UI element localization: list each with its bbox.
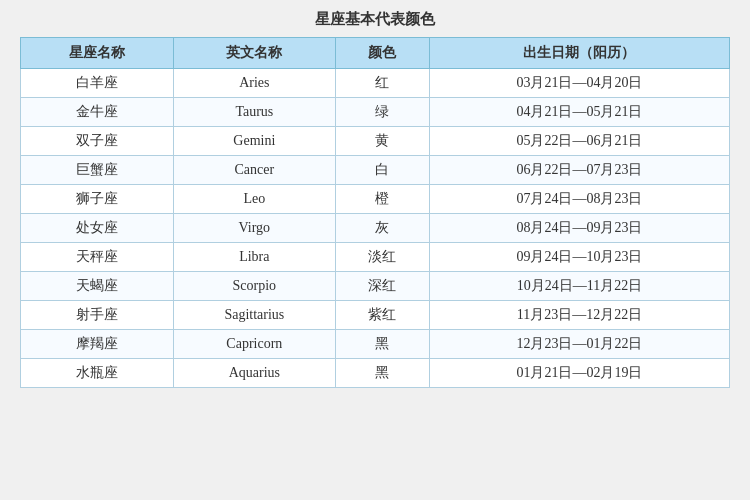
col-header-en: 英文名称: [174, 38, 335, 69]
cell-dates: 10月24日—11月22日: [429, 272, 729, 301]
table-row: 白羊座Aries红03月21日—04月20日: [21, 69, 730, 98]
table-row: 双子座Gemini黄05月22日—06月21日: [21, 127, 730, 156]
cell-dates: 01月21日—02月19日: [429, 359, 729, 388]
cell-zh: 巨蟹座: [21, 156, 174, 185]
cell-en: Sagittarius: [174, 301, 335, 330]
cell-zh: 射手座: [21, 301, 174, 330]
zodiac-table: 星座名称 英文名称 颜色 出生日期（阳历） 白羊座Aries红03月21日—04…: [20, 37, 730, 388]
cell-en: Leo: [174, 185, 335, 214]
cell-color: 黑: [335, 359, 429, 388]
table-row: 天秤座Libra淡红09月24日—10月23日: [21, 243, 730, 272]
table-row: 处女座Virgo灰08月24日—09月23日: [21, 214, 730, 243]
cell-color: 淡红: [335, 243, 429, 272]
cell-en: Aries: [174, 69, 335, 98]
cell-dates: 05月22日—06月21日: [429, 127, 729, 156]
cell-color: 灰: [335, 214, 429, 243]
cell-en: Gemini: [174, 127, 335, 156]
cell-dates: 07月24日—08月23日: [429, 185, 729, 214]
cell-dates: 06月22日—07月23日: [429, 156, 729, 185]
cell-color: 绿: [335, 98, 429, 127]
cell-color: 红: [335, 69, 429, 98]
cell-zh: 双子座: [21, 127, 174, 156]
cell-dates: 09月24日—10月23日: [429, 243, 729, 272]
table-row: 摩羯座Capricorn黑12月23日—01月22日: [21, 330, 730, 359]
cell-en: Scorpio: [174, 272, 335, 301]
table-row: 巨蟹座Cancer白06月22日—07月23日: [21, 156, 730, 185]
cell-zh: 金牛座: [21, 98, 174, 127]
cell-en: Capricorn: [174, 330, 335, 359]
cell-color: 白: [335, 156, 429, 185]
cell-color: 黄: [335, 127, 429, 156]
cell-zh: 摩羯座: [21, 330, 174, 359]
cell-color: 深红: [335, 272, 429, 301]
table-row: 天蝎座Scorpio深红10月24日—11月22日: [21, 272, 730, 301]
table-row: 射手座Sagittarius紫红11月23日—12月22日: [21, 301, 730, 330]
cell-zh: 天秤座: [21, 243, 174, 272]
col-header-color: 颜色: [335, 38, 429, 69]
table-header-row: 星座名称 英文名称 颜色 出生日期（阳历）: [21, 38, 730, 69]
cell-dates: 04月21日—05月21日: [429, 98, 729, 127]
cell-en: Taurus: [174, 98, 335, 127]
cell-color: 橙: [335, 185, 429, 214]
cell-en: Libra: [174, 243, 335, 272]
cell-dates: 03月21日—04月20日: [429, 69, 729, 98]
col-header-zh: 星座名称: [21, 38, 174, 69]
cell-zh: 天蝎座: [21, 272, 174, 301]
col-header-dates: 出生日期（阳历）: [429, 38, 729, 69]
page-title: 星座基本代表颜色: [20, 10, 730, 29]
cell-dates: 11月23日—12月22日: [429, 301, 729, 330]
cell-dates: 12月23日—01月22日: [429, 330, 729, 359]
table-row: 水瓶座Aquarius黑01月21日—02月19日: [21, 359, 730, 388]
main-container: 星座基本代表颜色 星座名称 英文名称 颜色 出生日期（阳历） 白羊座Aries红…: [20, 10, 730, 388]
cell-zh: 狮子座: [21, 185, 174, 214]
cell-color: 黑: [335, 330, 429, 359]
cell-zh: 水瓶座: [21, 359, 174, 388]
cell-en: Aquarius: [174, 359, 335, 388]
cell-en: Virgo: [174, 214, 335, 243]
cell-dates: 08月24日—09月23日: [429, 214, 729, 243]
table-body: 白羊座Aries红03月21日—04月20日金牛座Taurus绿04月21日—0…: [21, 69, 730, 388]
cell-zh: 白羊座: [21, 69, 174, 98]
cell-color: 紫红: [335, 301, 429, 330]
cell-en: Cancer: [174, 156, 335, 185]
table-row: 狮子座Leo橙07月24日—08月23日: [21, 185, 730, 214]
cell-zh: 处女座: [21, 214, 174, 243]
table-row: 金牛座Taurus绿04月21日—05月21日: [21, 98, 730, 127]
